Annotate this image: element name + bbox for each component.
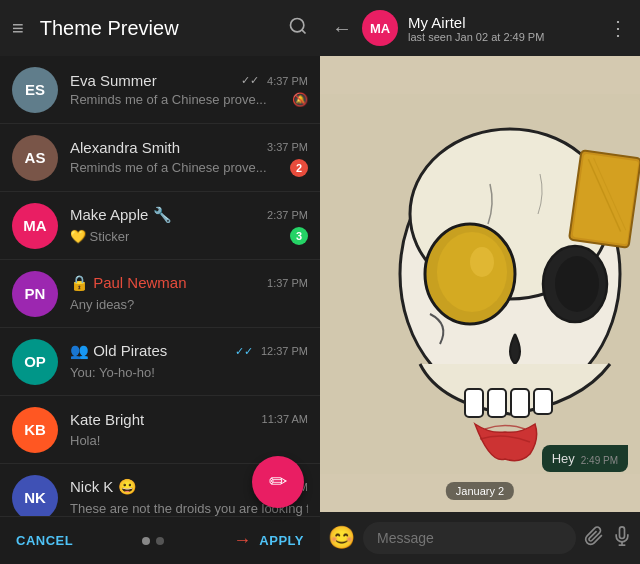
arrow-icon: → <box>233 530 251 551</box>
chat-name: 🔒 Paul Newman <box>70 274 187 292</box>
chat-time: 4:37 PM <box>267 75 308 87</box>
svg-point-8 <box>470 247 494 277</box>
chat-item[interactable]: PN 🔒 Paul Newman 1:37 PM Any ideas? <box>0 260 320 328</box>
avatar: AS <box>12 135 58 181</box>
chat-item[interactable]: MA Make Apple 🔧 2:37 PM 💛 Sticker 3 <box>0 192 320 260</box>
contact-status: last seen Jan 02 at 2:49 PM <box>408 31 598 43</box>
search-icon[interactable] <box>288 16 308 41</box>
chat-info: Make Apple 🔧 2:37 PM 💛 Sticker 3 <box>70 206 308 245</box>
chat-name: Alexandra Smith <box>70 139 180 156</box>
message-time: 2:49 PM <box>581 455 618 466</box>
left-header: ≡ Theme Preview <box>0 0 320 56</box>
chat-input-bar: 😊 <box>320 512 640 564</box>
chat-preview: Reminds me of a Chinese prove... <box>70 92 267 107</box>
chat-name: Eva Summer <box>70 72 157 89</box>
more-options-icon[interactable]: ⋮ <box>608 16 628 40</box>
chat-preview: Any ideas? <box>70 297 134 312</box>
svg-rect-14 <box>534 389 552 414</box>
avatar: NK <box>12 475 58 517</box>
chat-preview: Hola! <box>70 433 100 448</box>
chat-list: ES Eva Summer ✓✓ 4:37 PM Reminds me of a… <box>0 56 320 516</box>
message-bubble: Hey 2:49 PM <box>542 445 628 472</box>
avatar: OP <box>12 339 58 385</box>
skull-image: January 2 Hey 2:49 PM <box>320 56 640 512</box>
contact-info: My Airtel last seen Jan 02 at 2:49 PM <box>408 14 598 43</box>
chat-preview: 💛 Sticker <box>70 229 129 244</box>
attach-icon[interactable] <box>584 526 604 551</box>
dot <box>156 537 164 545</box>
chat-time: 2:37 PM <box>267 209 308 221</box>
svg-rect-12 <box>488 389 506 417</box>
unread-badge: 2 <box>290 159 308 177</box>
avatar: KB <box>12 407 58 453</box>
right-panel: ← MA My Airtel last seen Jan 02 at 2:49 … <box>320 0 640 564</box>
chat-name: 👥 Old Pirates <box>70 342 167 360</box>
avatar: MA <box>12 203 58 249</box>
double-check-icon: ✓✓ <box>241 74 259 87</box>
left-panel: ≡ Theme Preview ES Eva Summer ✓✓ 4:37 PM <box>0 0 320 564</box>
muted-icon: 🔕 <box>292 92 308 107</box>
chat-preview: Reminds me of a Chinese prove... <box>70 160 267 175</box>
unread-badge: 3 <box>290 227 308 245</box>
chat-item[interactable]: OP 👥 Old Pirates ✓✓ 12:37 PM You: Yo-ho-… <box>0 328 320 396</box>
chat-name: Nick K 😀 <box>70 478 137 496</box>
chat-time: 1:37 PM <box>267 277 308 289</box>
page-title: Theme Preview <box>40 17 272 40</box>
chat-time: 12:37 PM <box>261 345 308 357</box>
page-dots <box>142 537 164 545</box>
message-text: Hey <box>552 451 575 466</box>
compose-fab[interactable]: ✏ <box>252 456 304 508</box>
mic-icon[interactable] <box>612 526 632 551</box>
svg-point-10 <box>555 256 599 312</box>
svg-point-0 <box>291 18 304 31</box>
right-header: ← MA My Airtel last seen Jan 02 at 2:49 … <box>320 0 640 56</box>
chat-info: Alexandra Smith 3:37 PM Reminds me of a … <box>70 139 308 177</box>
chat-info: Eva Summer ✓✓ 4:37 PM Reminds me of a Ch… <box>70 72 308 107</box>
message-input[interactable] <box>363 522 576 554</box>
svg-rect-13 <box>511 389 529 417</box>
avatar: PN <box>12 271 58 317</box>
chat-item[interactable]: KB Kate Bright 11:37 AM Hola! <box>0 396 320 464</box>
cancel-button[interactable]: CANCEL <box>16 533 73 548</box>
hamburger-icon[interactable]: ≡ <box>12 17 24 40</box>
svg-rect-11 <box>465 389 483 417</box>
apply-section: → APPLY <box>233 530 304 551</box>
chat-image-area: January 2 Hey 2:49 PM <box>320 56 640 512</box>
svg-line-1 <box>302 29 306 33</box>
apply-button[interactable]: APPLY <box>259 533 304 548</box>
date-badge: January 2 <box>446 482 514 500</box>
dot-active <box>142 537 150 545</box>
svg-point-7 <box>437 232 507 312</box>
contact-name: My Airtel <box>408 14 598 31</box>
chat-info: 👥 Old Pirates ✓✓ 12:37 PM You: Yo-ho-ho! <box>70 342 308 381</box>
bottom-bar: CANCEL → APPLY <box>0 516 320 564</box>
chat-item[interactable]: AS Alexandra Smith 3:37 PM Reminds me of… <box>0 124 320 192</box>
emoji-button[interactable]: 😊 <box>328 525 355 551</box>
avatar: ES <box>12 67 58 113</box>
chat-name: Make Apple 🔧 <box>70 206 172 224</box>
double-check-icon: ✓✓ <box>235 345 253 358</box>
contact-avatar: MA <box>362 10 398 46</box>
chat-time: 3:37 PM <box>267 141 308 153</box>
back-icon[interactable]: ← <box>332 17 352 40</box>
chat-info: Kate Bright 11:37 AM Hola! <box>70 411 308 449</box>
chat-item[interactable]: ES Eva Summer ✓✓ 4:37 PM Reminds me of a… <box>0 56 320 124</box>
chat-info: 🔒 Paul Newman 1:37 PM Any ideas? <box>70 274 308 313</box>
chat-name: Kate Bright <box>70 411 144 428</box>
chat-time: 11:37 AM <box>262 413 308 425</box>
chat-preview: You: Yo-ho-ho! <box>70 365 155 380</box>
